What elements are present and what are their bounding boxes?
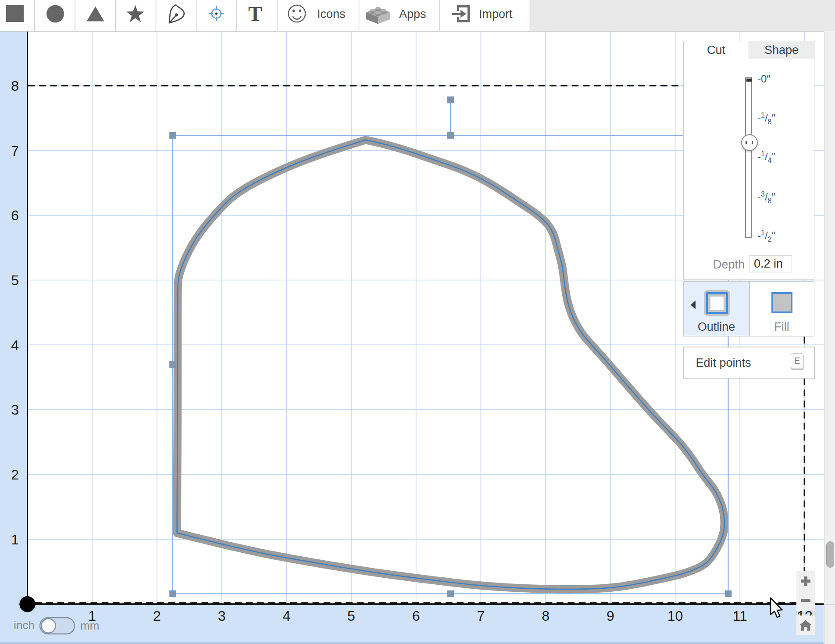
svg-text:5: 5	[11, 272, 19, 288]
svg-text:3: 3	[218, 608, 226, 624]
svg-text:4: 4	[282, 608, 290, 624]
svg-text:7: 7	[477, 608, 485, 624]
svg-text:9: 9	[607, 608, 614, 624]
svg-text:5: 5	[347, 608, 355, 624]
svg-text:2: 2	[11, 467, 19, 483]
svg-text:T: T	[248, 2, 262, 25]
svg-text:mm: mm	[80, 619, 99, 632]
svg-text:4: 4	[11, 337, 19, 353]
svg-text:Import: Import	[479, 7, 513, 21]
svg-text:2: 2	[153, 608, 161, 624]
svg-text:11: 11	[733, 608, 747, 624]
svg-text:1: 1	[11, 532, 19, 547]
svg-text:3: 3	[11, 402, 19, 418]
svg-text:8: 8	[542, 608, 550, 624]
svg-text:8: 8	[11, 78, 19, 94]
svg-text:10: 10	[667, 608, 683, 624]
svg-text:6: 6	[11, 208, 19, 223]
svg-text:Apps: Apps	[399, 7, 426, 21]
svg-text:Icons: Icons	[317, 7, 346, 21]
svg-text:6: 6	[412, 608, 420, 624]
svg-text:inch: inch	[14, 619, 35, 632]
svg-text:7: 7	[11, 143, 19, 159]
